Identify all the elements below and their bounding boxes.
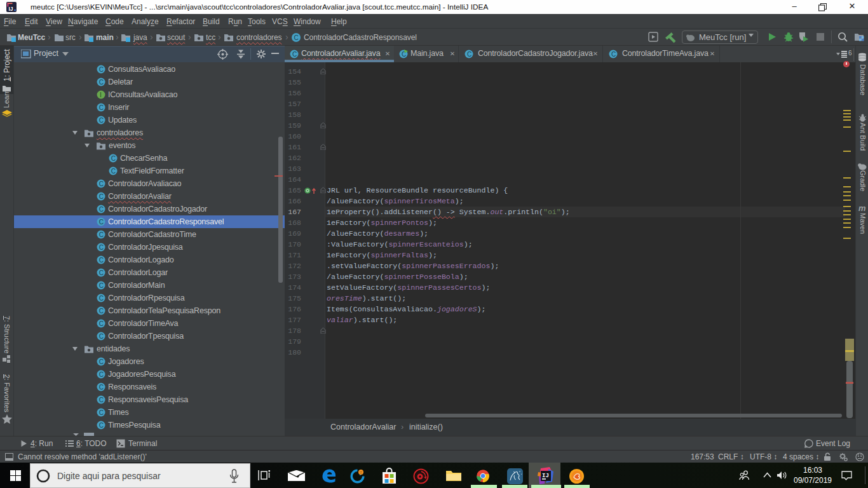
svg-text:C: C [292,51,297,58]
svg-text:C: C [467,51,471,58]
svg-text:IJ: IJ [9,6,13,12]
svg-text:C: C [611,51,616,58]
svg-text:IJ: IJ [542,473,549,479]
svg-text:C: C [294,34,299,41]
